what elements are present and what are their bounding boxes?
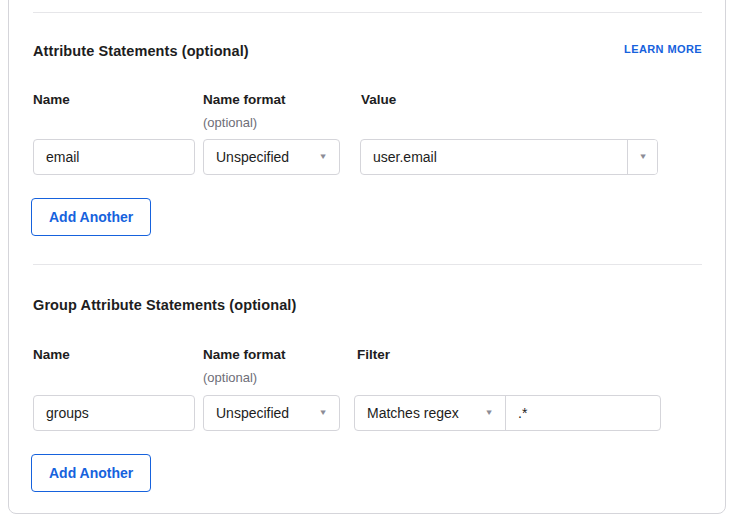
column-header-name: Name	[33, 347, 70, 362]
attribute-value-group: ▼	[360, 139, 658, 175]
group-attribute-filter-value-input[interactable]	[506, 396, 660, 430]
add-another-group-attribute-button[interactable]: Add Another	[31, 454, 151, 492]
column-note-optional: (optional)	[203, 115, 257, 130]
group-attribute-name-format-select[interactable]: Unspecified ▼	[203, 395, 340, 431]
group-attribute-statements-title: Group Attribute Statements (optional)	[33, 297, 296, 313]
divider	[33, 264, 702, 265]
attribute-name-format-select[interactable]: Unspecified ▼	[203, 139, 340, 175]
divider	[33, 12, 702, 13]
caret-down-icon: ▼	[484, 409, 493, 417]
group-attribute-name-input[interactable]	[33, 395, 195, 431]
column-header-name-format: Name format	[203, 347, 286, 362]
attribute-name-format-value: Unspecified	[216, 149, 289, 165]
attribute-name-input[interactable]	[33, 139, 195, 175]
column-header-name-format: Name format	[203, 92, 286, 107]
saml-settings-card	[8, 0, 726, 514]
group-attribute-filter-group: Matches regex ▼	[354, 395, 661, 431]
caret-down-icon: ▼	[318, 153, 327, 161]
group-attribute-filter-type-select[interactable]: Matches regex ▼	[355, 396, 506, 430]
attribute-value-dropdown-button[interactable]: ▼	[627, 140, 657, 174]
learn-more-link[interactable]: LEARN MORE	[624, 43, 702, 55]
column-header-name: Name	[33, 92, 70, 107]
column-header-value: Value	[361, 92, 396, 107]
caret-down-icon: ▼	[638, 153, 647, 161]
add-another-attribute-button[interactable]: Add Another	[31, 198, 151, 236]
column-note-optional: (optional)	[203, 370, 257, 385]
group-attribute-name-format-value: Unspecified	[216, 405, 289, 421]
attribute-value-input[interactable]	[361, 140, 627, 174]
column-header-filter: Filter	[357, 347, 390, 362]
group-attribute-filter-type-value: Matches regex	[367, 405, 459, 421]
attribute-statements-title: Attribute Statements (optional)	[33, 43, 249, 59]
caret-down-icon: ▼	[318, 409, 327, 417]
